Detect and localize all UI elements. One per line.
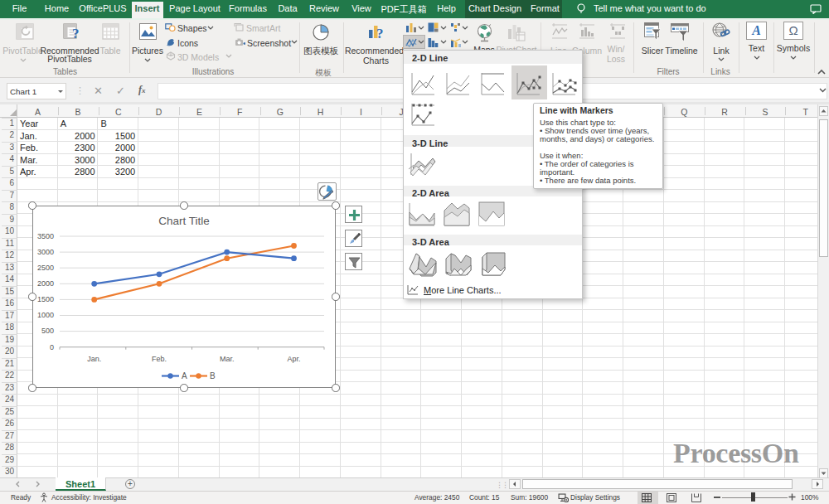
svg-text:?: ?: [72, 26, 80, 41]
svg-text:?: ?: [376, 26, 384, 41]
